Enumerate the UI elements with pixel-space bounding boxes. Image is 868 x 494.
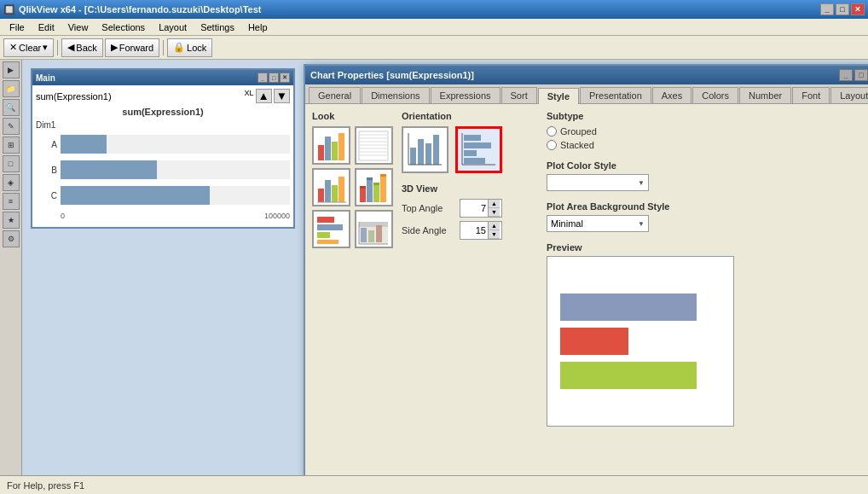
menu-layout[interactable]: Layout [153,20,193,35]
main-panel: Main _ □ ✕ sum(Expression1) XL ▲ ▼ [22,60,868,475]
chart-size-down[interactable]: ▼ [274,89,290,103]
sidebar-icon-3[interactable]: 🔍 [3,99,20,116]
look-item-2[interactable] [355,126,393,165]
tab-layout[interactable]: Layout [830,87,868,103]
chart-close-btn[interactable]: ✕ [280,73,290,83]
dialog-maximize-btn[interactable]: □ [854,69,868,81]
plot-bg-section: Plot Area Background Style Minimal ▼ [547,201,868,232]
tab-general[interactable]: General [309,87,361,103]
svg-rect-38 [425,143,431,165]
sidebar-icon-4[interactable]: ✎ [3,118,20,135]
app-window: 🔲 QlikView x64 - [C:\Users\fernando.suzu… [0,0,868,494]
side-angle-label: Side Angle [402,225,453,235]
menu-file[interactable]: File [3,20,31,35]
svg-rect-30 [359,222,388,227]
svg-rect-0 [318,145,324,160]
tab-style[interactable]: Style [538,88,579,104]
menu-help[interactable]: Help [242,20,274,35]
tab-sort[interactable]: Sort [501,87,537,103]
side-angle-down[interactable]: ▼ [489,230,500,239]
subtype-label: Subtype [547,111,868,121]
menu-settings[interactable]: Settings [194,20,240,35]
sidebar-icon-6[interactable]: □ [3,155,20,172]
svg-rect-21 [360,186,366,189]
dialog-minimize-btn[interactable]: _ [839,69,853,81]
bar-fill-a [61,135,107,154]
tab-expressions[interactable]: Expressions [431,87,501,103]
sidebar-icon-9[interactable]: ★ [3,212,20,229]
look-item-4[interactable] [355,168,393,206]
chart-minimize-btn[interactable]: _ [258,73,268,83]
sidebar-icon-10[interactable]: ⚙ [3,230,20,247]
sidebar-icon-5[interactable]: ⊞ [3,137,20,154]
tab-font[interactable]: Font [792,87,830,103]
look-item-6[interactable] [355,210,393,248]
plot-color-select[interactable]: ▼ [547,174,649,191]
chart-title-buttons: _ □ ✕ [258,73,290,83]
maximize-button[interactable]: □ [836,3,849,15]
plot-bg-select[interactable]: Minimal ▼ [547,215,649,232]
menu-selections[interactable]: Selections [95,20,151,35]
preview-bar-green [560,362,697,389]
menu-edit[interactable]: Edit [32,20,61,35]
sidebar-icon-1[interactable]: ▶ [3,61,20,78]
preview-box [547,256,734,427]
side-angle-row: Side Angle 15 ▲ ▼ [402,221,538,240]
close-button[interactable]: ✕ [851,3,865,15]
tab-colors[interactable]: Colors [692,87,738,103]
bar-container-b [61,160,290,179]
svg-rect-1 [325,137,331,160]
status-text: For Help, press F1 [7,480,84,491]
clear-icon: ✕ [9,42,17,53]
bar-label-a: A [36,140,57,149]
plot-color-arrow: ▼ [638,179,645,187]
sidebar-icon-8[interactable]: ≡ [3,193,20,210]
lock-button[interactable]: 🔒 Lock [167,38,212,57]
dim-label: Dim1 [36,120,290,130]
back-button[interactable]: ◀ Back [61,38,102,57]
top-angle-input[interactable]: 7 [460,200,488,217]
svg-rect-42 [464,135,481,141]
svg-rect-39 [433,135,439,165]
sidebar-icon-7[interactable]: ◈ [3,174,20,191]
menu-bar: File Edit View Selections Layout Setting… [0,19,868,36]
side-angle-spinner: 15 ▲ ▼ [460,221,502,240]
orientation-label: Orientation [402,111,538,121]
tab-axes[interactable]: Axes [652,87,692,103]
preview-bar-blue [560,293,697,321]
orient-horizontal-btn[interactable] [455,126,502,173]
forward-button[interactable]: ▶ Forward [105,38,159,57]
look-item-3[interactable] [312,168,350,206]
look-item-1[interactable] [312,126,350,165]
tab-presentation[interactable]: Presentation [580,87,651,103]
chart-maximize-btn[interactable]: □ [269,73,279,83]
orient-vertical-btn[interactable] [402,126,448,173]
bar-label-b: B [36,166,57,175]
bar-container-a [61,135,290,154]
side-angle-up[interactable]: ▲ [489,222,500,230]
sidebar-icon-2[interactable]: 📁 [3,80,20,97]
chart-size-up[interactable]: ▲ [256,89,272,103]
svg-rect-37 [418,139,424,165]
side-angle-input[interactable]: 15 [460,222,488,239]
top-angle-down[interactable]: ▼ [489,208,500,217]
svg-rect-23 [373,183,379,185]
tab-number[interactable]: Number [739,87,791,103]
tab-dimensions[interactable]: Dimensions [362,87,429,103]
grouped-radio[interactable] [547,126,557,137]
svg-rect-3 [339,133,344,160]
look-item-5[interactable] [312,210,350,248]
title-bar-left: 🔲 QlikView x64 - [C:\Users\fernando.suzu… [3,4,261,15]
chart-caption: sum(Expression1) [36,91,112,102]
stacked-label[interactable]: Stacked [560,140,594,150]
clear-button[interactable]: ✕ Clear ▾ [3,38,54,57]
look-label: Look [312,111,393,121]
stacked-radio-row: Stacked [547,140,868,150]
stacked-radio[interactable] [547,140,557,150]
chart-window-title: Main [36,73,55,83]
top-angle-up[interactable]: ▲ [489,200,500,208]
grouped-label[interactable]: Grouped [560,126,597,137]
minimize-button[interactable]: _ [820,3,834,15]
axis-labels: 0 100000 [61,212,290,220]
menu-view[interactable]: View [62,20,95,35]
